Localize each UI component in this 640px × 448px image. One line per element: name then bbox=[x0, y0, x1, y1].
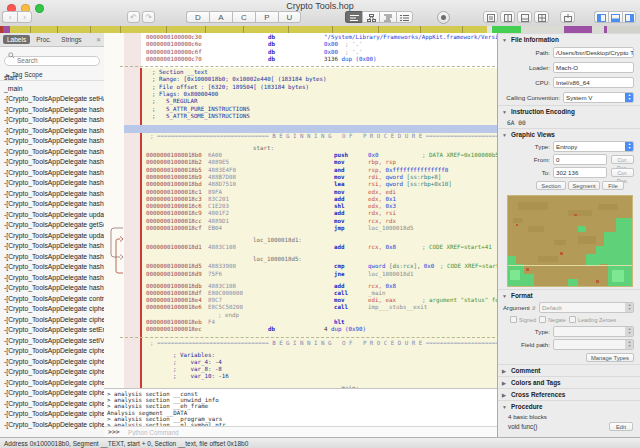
symbol-list-item[interactable]: -[Crypto_ToolsAppDelegate cipherIn… bbox=[0, 409, 104, 420]
symbol-list-item[interactable]: -[Crypto_ToolsAppDelegate hashSH… bbox=[0, 157, 104, 168]
disasm-instruction-line[interactable]: 00000001000018dfE80C000000call_main bbox=[104, 290, 497, 297]
cross-references-header[interactable]: ▶Cross References bbox=[498, 388, 640, 400]
back-button[interactable]: ‹ bbox=[2, 11, 17, 23]
disasm-label-line[interactable]: loc_1000018d5: bbox=[104, 256, 497, 263]
colors-tags-header[interactable]: ▶Colors and Tags bbox=[498, 376, 640, 388]
address-space-segment[interactable] bbox=[521, 26, 564, 33]
undo-button[interactable]: ↶ bbox=[127, 11, 140, 23]
disasm-instruction-line[interactable]: 00000001000018c94801F2addrdx, rsi bbox=[104, 210, 497, 217]
disasm-instruction-line[interactable]: 00000001000018c189FAmovedx, edi bbox=[104, 189, 497, 196]
toggle-left-panel-button[interactable] bbox=[594, 11, 608, 23]
symbol-list-item[interactable]: -[Crypto_ToolsAppDelegate hashFile… bbox=[0, 283, 104, 294]
symbol-list-item[interactable]: start bbox=[0, 73, 104, 84]
symbol-list-item[interactable]: -[Crypto_ToolsAppDelegate cipherIn… bbox=[0, 399, 104, 410]
symbol-list-item[interactable]: -[Crypto_ToolsAppDelegate hashSH… bbox=[0, 189, 104, 200]
symbol-list-item[interactable]: -[Crypto_ToolsAppDelegate setEncr… bbox=[0, 325, 104, 336]
symbol-list-item[interactable]: -[Crypto_ToolsAppDelegate cipherIn… bbox=[0, 367, 104, 378]
format-header[interactable]: ▼Format bbox=[498, 289, 640, 301]
procedure-separator-line[interactable]: ; ================================ B E G… bbox=[104, 340, 497, 347]
loader-field[interactable]: Mach-O bbox=[553, 62, 634, 73]
disasm-label-line[interactable]: loc_1000018d1: bbox=[104, 237, 497, 244]
to-field[interactable]: 302 136 bbox=[553, 167, 607, 178]
graph-type-popup[interactable]: Entropy bbox=[553, 141, 634, 152]
instruction-encoding-header[interactable]: ▼Instruction Encoding bbox=[498, 105, 640, 117]
to-cur-pos-button[interactable]: Cur. Pos. bbox=[611, 168, 634, 177]
transform-button-u[interactable]: U bbox=[278, 11, 301, 23]
symbol-list-item[interactable]: -[Crypto_ToolsAppDelegate hashRIP… bbox=[0, 147, 104, 158]
symbol-list-item[interactable]: -[Crypto_ToolsAppDelegate hashSo… bbox=[0, 252, 104, 263]
symbol-list-item[interactable]: -[Crypto_ToolsAppDelegate hashMD… bbox=[0, 105, 104, 116]
entropy-graphic[interactable] bbox=[507, 195, 633, 287]
disassembly-view[interactable]: 0000000100000c30db"/System/Library/Frame… bbox=[104, 33, 497, 388]
toggle-right-panel-button[interactable] bbox=[622, 11, 636, 23]
disasm-instruction-line[interactable]: 00000001000018e6E8C5C50200callimp___stub… bbox=[104, 304, 497, 311]
disasm-data-line[interactable]: 0000000100000c70db3136 dup (0x00) bbox=[104, 56, 497, 63]
address-space-segment[interactable] bbox=[492, 26, 521, 33]
disasm-comment-line[interactable]: ; var_10: -16 bbox=[104, 373, 497, 380]
disasm-data-line[interactable]: 0000000100000c30db"/System/Library/Frame… bbox=[104, 34, 497, 41]
disasm-data-line[interactable]: 0000000100000c6fdb0x00 ; '.' bbox=[104, 49, 497, 56]
disasm-comment-line[interactable]: ; var_4: -4 bbox=[104, 359, 497, 366]
symbol-list-item[interactable]: -[Crypto_ToolsAppDelegate cipherIn… bbox=[0, 315, 104, 326]
symbol-list-item[interactable]: -[Crypto_ToolsAppDelegate cipherIn… bbox=[0, 357, 104, 368]
symbol-list-item[interactable]: -[Crypto_ToolsAppDelegate setHash… bbox=[0, 94, 104, 105]
address-space-segment[interactable] bbox=[592, 26, 604, 33]
disasm-instruction-line[interactable]: 00000001000018b9488B7D08movrdi, qword [s… bbox=[104, 174, 497, 181]
disasm-instruction-line[interactable]: 00000001000018cc4889D1movrcx, rdx bbox=[104, 218, 497, 225]
cfg-view-button[interactable] bbox=[362, 11, 379, 23]
stepper-icon[interactable]: ⇵ bbox=[532, 305, 536, 311]
transform-button-a[interactable]: A bbox=[209, 11, 232, 23]
symbol-list-item[interactable]: -[Crypto_ToolsAppDelegate cipherIn… bbox=[0, 420, 104, 431]
section-range-button[interactable]: Section bbox=[536, 181, 566, 190]
path-field[interactable]: /Users/bsr/Desktop/Crypto Tools.a bbox=[553, 47, 634, 58]
manage-types-button[interactable]: Manage Types bbox=[586, 353, 634, 362]
symbol-list-item[interactable]: -[Crypto_ToolsAppDelegate hashMD… bbox=[0, 126, 104, 137]
sidebar-tab-proc[interactable]: Proc. bbox=[32, 35, 55, 44]
procedure-header[interactable]: ▼Procedure bbox=[498, 400, 640, 412]
search-input[interactable] bbox=[4, 56, 100, 66]
signed-checkbox[interactable]: Signed bbox=[510, 316, 536, 323]
disasm-instruction-line[interactable]: 00000001000018cfEB04jmploc_1000018d5 bbox=[104, 225, 497, 232]
disasm-comment-line[interactable]: ; Variables: bbox=[104, 352, 497, 359]
transfer-info-button[interactable] bbox=[560, 11, 575, 23]
toolbar-square-button-4[interactable] bbox=[534, 11, 549, 23]
edit-signature-button[interactable]: Edit bbox=[609, 422, 633, 431]
symbol-list-item[interactable]: -[Crypto_ToolsAppDelegate getSour… bbox=[0, 220, 104, 231]
argument-format-popup[interactable]: Default bbox=[539, 302, 634, 313]
comment-header[interactable]: ▶Comment bbox=[498, 364, 640, 376]
file-information-header[interactable]: ▼File Information bbox=[498, 33, 640, 45]
symbol-list-item[interactable]: -[Crypto_ToolsAppDelegate controlT… bbox=[0, 294, 104, 305]
disasm-label-line[interactable]: start: bbox=[104, 145, 497, 152]
disasm-instruction-line[interactable]: 00000001000018ebF4hlt bbox=[104, 319, 497, 326]
calling-convention-popup[interactable]: System V bbox=[563, 92, 634, 103]
symbol-list-item[interactable]: -[Crypto_ToolsAppDelegate cipherIn… bbox=[0, 388, 104, 399]
symbol-list-item[interactable]: _main bbox=[0, 84, 104, 95]
disasm-instruction-line[interactable]: 00000001000018b54883E4F0andrsp, 0xffffff… bbox=[104, 167, 497, 174]
hex-view-button[interactable] bbox=[396, 11, 413, 23]
disasm-comment-line[interactable]: ; S_ATTR_PURE_INSTRUCTIONS bbox=[104, 106, 497, 113]
python-command-input[interactable] bbox=[126, 428, 493, 437]
disasm-instruction-line[interactable]: 00000001000018b06A00push0x0; DATA XREF=0… bbox=[104, 152, 497, 159]
graphic-views-header[interactable]: ▼Graphic Views bbox=[498, 128, 640, 140]
disasm-instruction-line[interactable]: 00000001000018db4883C108addrcx, 0x8 bbox=[104, 283, 497, 290]
endp-line[interactable]: ; endp bbox=[104, 312, 497, 319]
symbol-list-item[interactable]: -[Crypto_ToolsAppDelegate hashSH… bbox=[0, 178, 104, 189]
toolbar-square-button-2[interactable] bbox=[500, 11, 515, 23]
disasm-instruction-line[interactable]: 00000001000018d548833900cmpqword [ds:rcx… bbox=[104, 263, 497, 270]
symbol-list-item[interactable]: -[Crypto_ToolsAppDelegate hashStr… bbox=[0, 273, 104, 284]
disasm-instruction-line[interactable]: 00000001000018d975F6jneloc_1000018d1 bbox=[104, 271, 497, 278]
pseudocode-view-button[interactable] bbox=[379, 11, 396, 23]
address-space-segment[interactable] bbox=[3, 26, 10, 33]
toggle-bottom-panel-button[interactable] bbox=[608, 11, 622, 23]
transform-button-p[interactable]: P bbox=[255, 11, 278, 23]
symbol-list-item[interactable]: -[Crypto_ToolsAppDelegate cipherIn… bbox=[0, 378, 104, 389]
symbol-list-item[interactable]: -[Crypto_ToolsAppDelegate hashMD… bbox=[0, 136, 104, 147]
disasm-instruction-line[interactable]: 00000001000018c6C1E203shledx, 0x3 bbox=[104, 203, 497, 210]
sidebar-tab-strings[interactable]: Strings bbox=[57, 35, 85, 44]
address-space-segment[interactable] bbox=[564, 26, 592, 33]
toolbar-square-button-3[interactable] bbox=[517, 11, 532, 23]
format-type-popup[interactable] bbox=[553, 326, 634, 337]
leading-zeroes-checkbox[interactable]: Leading Zeroes bbox=[569, 316, 616, 323]
disasm-comment-line[interactable]: ; var_8: -8 bbox=[104, 366, 497, 373]
segment-range-button[interactable]: Segment bbox=[568, 181, 600, 190]
